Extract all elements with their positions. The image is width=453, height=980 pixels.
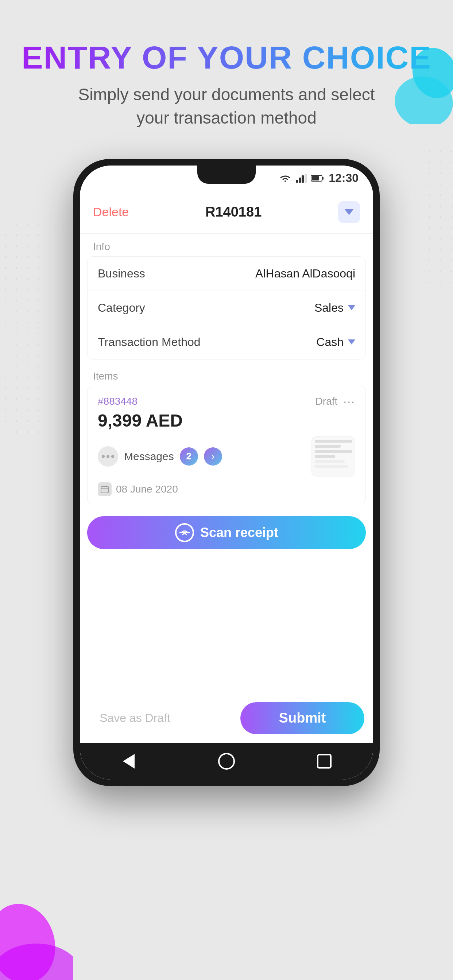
subtitle: Simply send your documents and select yo… bbox=[22, 83, 431, 130]
delete-button[interactable]: Delete bbox=[93, 205, 129, 219]
dropdown-button[interactable] bbox=[338, 201, 360, 223]
dots-pattern-right bbox=[424, 146, 453, 292]
messages-icon bbox=[98, 446, 118, 467]
chevron-down-icon bbox=[345, 209, 353, 215]
item-status-row: Draft ··· bbox=[316, 395, 355, 408]
category-row[interactable]: Category Sales bbox=[88, 291, 365, 325]
transaction-method-value[interactable]: Cash bbox=[316, 336, 355, 349]
back-icon bbox=[123, 754, 135, 768]
chat-dots-icon bbox=[102, 455, 114, 458]
recent-apps-button[interactable] bbox=[313, 750, 335, 772]
scan-btn-container: Scan receipt bbox=[80, 509, 373, 554]
messages-container: Messages 2 › bbox=[98, 436, 355, 477]
message-count-badge: 2 bbox=[180, 447, 198, 466]
svg-rect-4 bbox=[296, 180, 298, 183]
svg-rect-11 bbox=[101, 486, 108, 493]
phone-notch bbox=[197, 165, 256, 184]
phone-frame: 12:30 Delete R140181 Info bbox=[73, 159, 380, 786]
status-icons: 12:30 bbox=[279, 171, 359, 185]
transaction-method-label: Transaction Method bbox=[98, 336, 201, 349]
svg-rect-9 bbox=[312, 176, 319, 180]
business-row: Business AlHasan AlDasooqi bbox=[88, 257, 365, 291]
spacer bbox=[80, 554, 373, 696]
scan-receipt-button[interactable]: Scan receipt bbox=[87, 516, 366, 549]
app-content: Delete R140181 Info Business AlHasan AlD… bbox=[80, 191, 373, 743]
info-card: Business AlHasan AlDasooqi Category Sale… bbox=[87, 256, 366, 360]
signal-icon bbox=[296, 174, 307, 183]
dots-pattern-left bbox=[0, 219, 44, 438]
item-header: #883448 Draft ··· bbox=[98, 395, 355, 408]
category-label: Category bbox=[98, 301, 145, 315]
calendar-icon bbox=[98, 482, 112, 496]
home-button[interactable] bbox=[215, 750, 238, 772]
battery-icon bbox=[311, 174, 324, 182]
header-section: ENTRY OF YOUR CHOICE Simply send your do… bbox=[22, 0, 431, 152]
business-label: Business bbox=[98, 267, 145, 280]
bottom-navigation bbox=[80, 743, 373, 780]
items-section-label: Items bbox=[80, 363, 373, 386]
phone-screen: 12:30 Delete R140181 Info bbox=[80, 165, 373, 780]
svg-rect-6 bbox=[301, 175, 304, 183]
svg-rect-10 bbox=[322, 177, 324, 180]
transaction-method-row[interactable]: Transaction Method Cash bbox=[88, 325, 365, 359]
phone-body: 12:30 Delete R140181 Info bbox=[73, 159, 380, 786]
top-bar: Delete R140181 bbox=[80, 191, 373, 234]
item-number: #883448 bbox=[98, 396, 137, 407]
item-card: #883448 Draft ··· 9,399 AED bbox=[87, 386, 366, 505]
page-title: ENTRY OF YOUR CHOICE bbox=[22, 40, 431, 75]
submit-label: Submit bbox=[279, 710, 326, 726]
item-amount: 9,399 AED bbox=[98, 410, 355, 431]
save-draft-button[interactable]: Save as Draft bbox=[89, 703, 181, 733]
background: ENTRY OF YOUR CHOICE Simply send your do… bbox=[0, 0, 453, 980]
bottom-action-bar: Save as Draft Submit bbox=[80, 696, 373, 743]
svg-rect-5 bbox=[299, 178, 301, 183]
svg-rect-7 bbox=[305, 174, 307, 183]
magenta-blob-icon bbox=[0, 870, 73, 980]
item-date-row: 08 June 2020 bbox=[98, 482, 355, 496]
home-icon bbox=[218, 753, 235, 770]
draft-badge: Draft bbox=[316, 396, 338, 407]
message-arrow-icon[interactable]: › bbox=[204, 447, 222, 466]
status-time: 12:30 bbox=[329, 171, 359, 185]
category-chevron-icon bbox=[348, 305, 355, 310]
messages-label: Messages bbox=[124, 450, 174, 463]
info-section-label: Info bbox=[80, 234, 373, 256]
submit-button[interactable]: Submit bbox=[240, 702, 364, 734]
scan-icon bbox=[175, 523, 195, 542]
business-value: AlHasan AlDasooqi bbox=[255, 267, 355, 280]
category-value[interactable]: Sales bbox=[314, 301, 355, 315]
scan-receipt-label: Scan receipt bbox=[200, 525, 278, 540]
wifi-icon bbox=[279, 174, 292, 183]
record-id: R140181 bbox=[205, 204, 262, 220]
more-options-icon[interactable]: ··· bbox=[343, 395, 355, 408]
item-date: 08 June 2020 bbox=[116, 484, 178, 495]
items-section: Items #883448 Draft ··· 9,399 AED bbox=[80, 363, 373, 505]
recent-icon bbox=[317, 754, 332, 768]
back-button[interactable] bbox=[118, 750, 140, 772]
transaction-chevron-icon bbox=[348, 339, 355, 345]
